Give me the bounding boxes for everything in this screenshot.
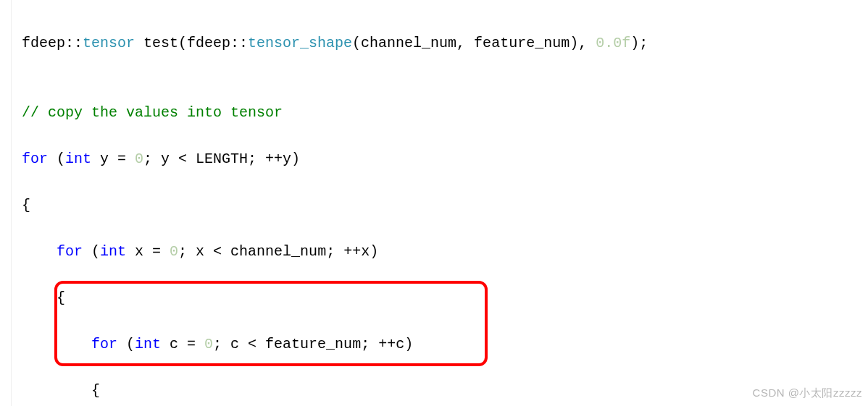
code-line: for (int y = 0; y < LENGTH; ++y) <box>22 148 868 171</box>
code-block: fdeep::tensor test(fdeep::tensor_shape(c… <box>0 0 868 406</box>
code-line: fdeep::tensor test(fdeep::tensor_shape(c… <box>22 32 868 55</box>
watermark: CSDN @小太阳zzzzz <box>753 384 862 402</box>
code-line: { <box>22 287 868 310</box>
code-line: // copy the values into tensor <box>22 101 868 124</box>
code-line: for (int c = 0; c < feature_num; ++c) <box>22 333 868 356</box>
code-line: { <box>22 379 868 402</box>
code-line: for (int x = 0; x < channel_num; ++x) <box>22 240 868 263</box>
code-line: { <box>22 194 868 217</box>
